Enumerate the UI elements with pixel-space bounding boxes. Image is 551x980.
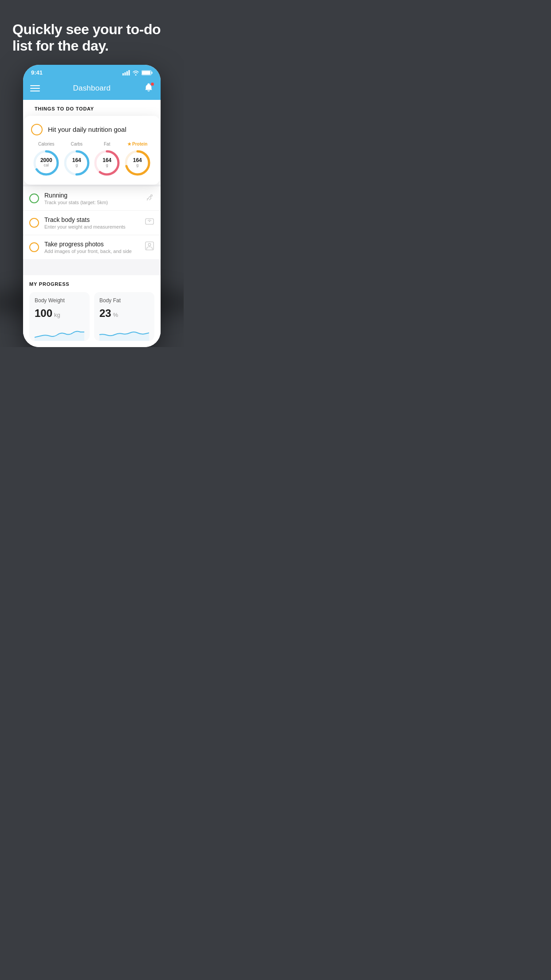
- body-weight-value: 100: [35, 307, 52, 320]
- calories-ring: 2000 cal: [32, 149, 60, 177]
- body-fat-chart: [99, 325, 149, 341]
- svg-rect-6: [142, 71, 150, 75]
- body-stats-desc: Enter your weight and measurements: [44, 224, 139, 229]
- status-time: 9:41: [31, 69, 43, 76]
- scale-icon: [145, 217, 154, 228]
- svg-rect-2: [126, 71, 128, 75]
- header-title: Dashboard: [73, 84, 111, 93]
- signal-icon: [122, 70, 130, 75]
- protein-ring: 164 g: [124, 149, 151, 177]
- wifi-icon: [132, 70, 139, 75]
- nutrition-card-title: Hit your daily nutrition goal: [48, 126, 126, 133]
- calories-label: Calories: [38, 142, 55, 146]
- photos-check-circle[interactable]: [29, 242, 39, 252]
- photos-desc: Add images of your front, back, and side: [44, 249, 139, 254]
- body-fat-title: Body Fat: [99, 297, 149, 304]
- body-stats-text: Track body stats Enter your weight and m…: [44, 216, 139, 229]
- phone-mockup: 9:41: [23, 65, 161, 347]
- photos-text: Take progress photos Add images of your …: [44, 241, 139, 254]
- fat-ring: 164 g: [93, 149, 121, 177]
- status-icons: [122, 70, 153, 75]
- spacer: [23, 259, 161, 268]
- svg-rect-5: [152, 71, 153, 74]
- protein-star-icon: ★: [127, 142, 131, 146]
- body-fat-unit: %: [113, 312, 118, 318]
- body-fat-value: 23: [99, 307, 111, 320]
- protein-unit: g: [133, 163, 142, 168]
- body-weight-title: Body Weight: [35, 297, 84, 304]
- macro-rings: Calories 2000 cal: [31, 142, 153, 177]
- body-stats-check-circle[interactable]: [29, 218, 39, 228]
- macro-carbs: Carbs 164 g: [63, 142, 91, 177]
- body-weight-value-row: 100 kg: [35, 307, 84, 320]
- svg-rect-0: [122, 73, 124, 75]
- nutrition-check-circle[interactable]: [31, 124, 43, 135]
- notification-dot: [151, 83, 154, 86]
- running-desc: Track your stats (target: 5km): [44, 200, 139, 205]
- status-bar: 9:41: [23, 65, 161, 79]
- nutrition-card: Hit your daily nutrition goal Calories: [24, 116, 160, 185]
- carbs-label: Carbs: [71, 142, 83, 146]
- running-icon: [145, 193, 154, 203]
- progress-section: MY PROGRESS Body Weight 100 kg: [23, 275, 161, 347]
- app-header: Dashboard: [23, 79, 161, 100]
- macro-calories: Calories 2000 cal: [32, 142, 60, 177]
- running-text: Running Track your stats (target: 5km): [44, 192, 139, 205]
- todo-list: Running Track your stats (target: 5km): [23, 186, 161, 259]
- svg-rect-3: [129, 70, 130, 75]
- svg-point-18: [148, 244, 151, 246]
- hero-title: Quickly see your to-do list for the day.: [12, 21, 171, 54]
- body-fat-value-row: 23 %: [99, 307, 149, 320]
- body-stats-name: Track body stats: [44, 216, 139, 223]
- hamburger-menu[interactable]: [30, 85, 40, 91]
- macro-protein: ★ Protein 164 g: [124, 142, 151, 177]
- body-weight-chart: [35, 325, 84, 341]
- progress-cards: Body Weight 100 kg: [29, 292, 154, 347]
- svg-point-16: [149, 221, 150, 222]
- carbs-unit: g: [72, 163, 81, 168]
- running-check-circle[interactable]: [29, 194, 39, 203]
- fat-label: Fat: [104, 142, 110, 146]
- page-background: Quickly see your to-do list for the day.…: [0, 0, 184, 347]
- bell-button[interactable]: [144, 83, 153, 95]
- todo-item-photos[interactable]: Take progress photos Add images of your …: [23, 235, 161, 259]
- photos-name: Take progress photos: [44, 241, 139, 248]
- svg-rect-1: [125, 72, 126, 75]
- body-fat-card: Body Fat 23 %: [94, 292, 154, 341]
- carbs-ring: 164 g: [63, 149, 91, 177]
- hero-section: Quickly see your to-do list for the day.: [0, 0, 184, 65]
- calories-unit: cal: [40, 163, 52, 168]
- body-weight-unit: kg: [54, 312, 60, 318]
- protein-label: ★ Protein: [127, 142, 147, 146]
- fat-unit: g: [102, 163, 111, 168]
- things-to-do-label: THINGS TO DO TODAY: [28, 100, 156, 116]
- todo-item-body-stats[interactable]: Track body stats Enter your weight and m…: [23, 211, 161, 235]
- progress-section-label: MY PROGRESS: [29, 281, 154, 287]
- running-name: Running: [44, 192, 139, 199]
- battery-icon: [142, 70, 153, 75]
- macro-fat: Fat 164 g: [93, 142, 121, 177]
- person-photo-icon: [145, 241, 154, 253]
- body-weight-card: Body Weight 100 kg: [29, 292, 90, 341]
- todo-item-running[interactable]: Running Track your stats (target: 5km): [23, 186, 161, 211]
- content-area: THINGS TO DO TODAY Hit your daily nutrit…: [23, 100, 161, 347]
